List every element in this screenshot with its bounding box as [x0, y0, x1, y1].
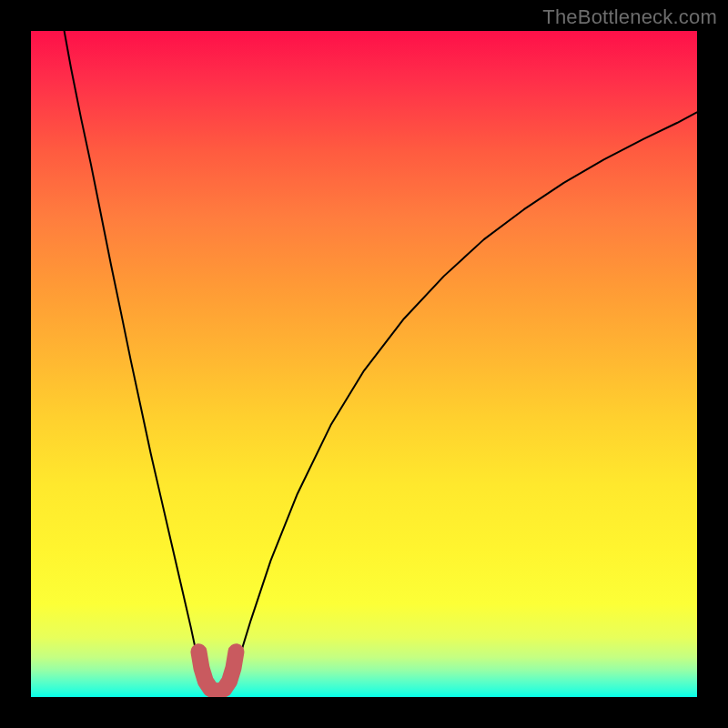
watermark-text: TheBottleneck.com [542, 5, 717, 29]
series-valley-highlight [198, 652, 236, 692]
chart-plot-area [31, 31, 697, 697]
chart-frame: TheBottleneck.com [0, 0, 728, 728]
chart-series-group [65, 31, 697, 692]
series-right-branch [231, 112, 697, 683]
series-left-branch [65, 31, 207, 683]
chart-svg [31, 31, 697, 697]
